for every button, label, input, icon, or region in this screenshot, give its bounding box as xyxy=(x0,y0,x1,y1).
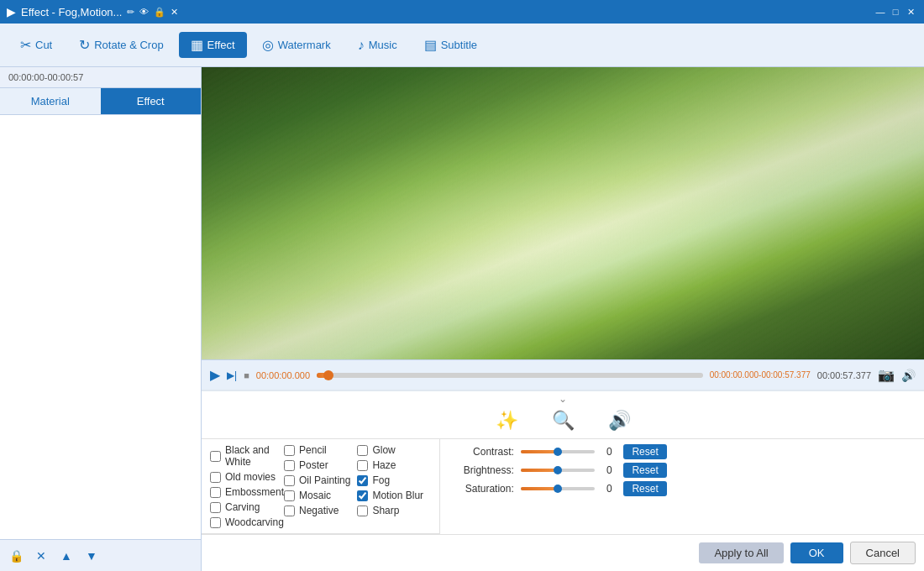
label-oil-painting: Oil Painting xyxy=(299,474,350,486)
effect-woodcarving[interactable]: Woodcarving xyxy=(210,516,284,528)
timeline-track[interactable] xyxy=(317,373,703,378)
magic-effect-button[interactable]: ✨ xyxy=(496,410,518,432)
contrast-slider[interactable] xyxy=(521,450,596,453)
label-poster: Poster xyxy=(299,459,328,471)
search-icon: 🔍 xyxy=(552,410,575,432)
checkbox-negative[interactable] xyxy=(284,506,295,516)
checkbox-poster[interactable] xyxy=(284,460,295,471)
effect-motion-blur[interactable]: Motion Blur xyxy=(357,490,430,501)
cancel-button[interactable]: Cancel xyxy=(850,542,916,564)
collapse-arrow[interactable]: ⌄ xyxy=(202,391,924,406)
checkbox-haze[interactable] xyxy=(357,460,368,471)
contrast-row: Contrast: 0 Reset xyxy=(449,444,667,459)
close-button[interactable]: ✕ xyxy=(904,5,917,18)
checkbox-black-white[interactable] xyxy=(210,451,221,462)
sound-effect-button[interactable]: 🔊 xyxy=(608,410,631,432)
left-panel: 00:00:00-00:00:57 Material Effect 🔒 ✕ ▲ … xyxy=(0,67,202,571)
label-negative: Negative xyxy=(299,505,339,516)
lock-bottom-btn[interactable]: 🔒 xyxy=(7,547,25,565)
brightness-slider[interactable] xyxy=(521,469,596,472)
saturation-fill xyxy=(521,487,558,490)
left-tab-material[interactable]: Material xyxy=(0,88,101,114)
volume-icon[interactable]: 🔊 xyxy=(901,369,916,382)
stop-button[interactable]: ■ xyxy=(244,370,249,380)
checkbox-mosaic[interactable] xyxy=(284,490,295,501)
camera-icon[interactable]: 📷 xyxy=(878,367,895,383)
saturation-reset-button[interactable]: Reset xyxy=(623,481,666,496)
effect-oil-painting[interactable]: Oil Painting xyxy=(284,474,357,486)
checkbox-sharp[interactable] xyxy=(357,506,368,516)
checkbox-carving[interactable] xyxy=(210,502,221,513)
contrast-reset-button[interactable]: Reset xyxy=(623,444,666,459)
checkbox-fog[interactable] xyxy=(357,475,368,486)
label-pencil: Pencil xyxy=(299,444,327,456)
rotate-icon: ↻ xyxy=(79,37,90,53)
watermark-icon: ◎ xyxy=(262,37,274,53)
saturation-slider[interactable] xyxy=(521,487,596,490)
checkbox-embossment[interactable] xyxy=(210,487,221,498)
label-fog: Fog xyxy=(372,474,390,486)
close-tab-icon[interactable]: ✕ xyxy=(171,7,178,18)
effect-glow[interactable]: Glow xyxy=(357,444,430,456)
label-glow: Glow xyxy=(372,444,395,456)
checkbox-pencil[interactable] xyxy=(284,445,295,456)
effects-col-3: Glow Haze Fog Motion Blur xyxy=(357,444,430,528)
checkbox-oil-painting[interactable] xyxy=(284,475,295,486)
tab-rotate[interactable]: ↻ Rotate & Crop xyxy=(67,32,175,58)
tab-music-label: Music xyxy=(369,39,397,51)
effect-old-movies[interactable]: Old movies xyxy=(210,471,284,483)
checkbox-old-movies[interactable] xyxy=(210,472,221,483)
brightness-reset-button[interactable]: Reset xyxy=(623,463,666,478)
tab-subtitle[interactable]: ▤ Subtitle xyxy=(412,32,489,58)
effect-poster[interactable]: Poster xyxy=(284,459,357,471)
title-bar: ▶ Effect - Fog,Motion... ✏ 👁 🔒 ✕ — □ ✕ xyxy=(0,0,924,24)
brightness-thumb[interactable] xyxy=(554,466,562,474)
eye-icon[interactable]: 👁 xyxy=(139,7,149,17)
effect-black-white[interactable]: Black and White xyxy=(210,444,284,468)
play-button[interactable]: ▶ xyxy=(210,367,220,383)
tab-subtitle-label: Subtitle xyxy=(441,39,477,51)
effect-carving[interactable]: Carving xyxy=(210,501,284,513)
magic-icon: ✨ xyxy=(496,410,518,432)
label-woodcarving: Woodcarving xyxy=(225,516,284,528)
checkbox-glow[interactable] xyxy=(357,445,368,456)
maximize-button[interactable]: □ xyxy=(889,5,902,18)
apply-all-button[interactable]: Apply to All xyxy=(699,542,783,563)
end-time: 00:00:57.377 xyxy=(817,370,871,380)
down-bottom-btn[interactable]: ▼ xyxy=(82,547,101,565)
effect-negative[interactable]: Negative xyxy=(284,505,357,516)
effect-fog[interactable]: Fog xyxy=(357,474,430,486)
timeline-handle[interactable] xyxy=(323,370,333,380)
time-range: 00:00:00-00:00:57 xyxy=(8,72,83,82)
tab-watermark[interactable]: ◎ Watermark xyxy=(250,32,343,58)
marker-time: 00:00:00.000-00:00:57.377 xyxy=(710,370,811,380)
checkbox-woodcarving[interactable] xyxy=(210,517,221,528)
delete-bottom-btn[interactable]: ✕ xyxy=(32,547,50,565)
edit-icon[interactable]: ✏ xyxy=(127,7,134,18)
video-area xyxy=(202,67,924,359)
search-effect-button[interactable]: 🔍 xyxy=(552,410,575,432)
effects-col-1: Black and White Old movies Embossment xyxy=(210,444,284,528)
effect-pencil[interactable]: Pencil xyxy=(284,444,357,456)
lock-icon[interactable]: 🔒 xyxy=(154,7,165,18)
effect-mosaic[interactable]: Mosaic xyxy=(284,490,357,501)
label-old-movies: Old movies xyxy=(225,471,276,483)
up-bottom-btn[interactable]: ▲ xyxy=(57,547,76,565)
effect-haze[interactable]: Haze xyxy=(357,459,430,471)
step-play-button[interactable]: ▶| xyxy=(227,369,237,381)
effects-checkboxes: Black and White Old movies Embossment xyxy=(202,439,439,534)
minimize-button[interactable]: — xyxy=(874,5,887,18)
contrast-thumb[interactable] xyxy=(554,448,562,456)
left-tab-effect[interactable]: Effect xyxy=(101,88,202,114)
checkbox-motion-blur[interactable] xyxy=(357,490,368,501)
saturation-thumb[interactable] xyxy=(554,485,562,493)
ok-button[interactable]: OK xyxy=(790,542,843,563)
effect-sharp[interactable]: Sharp xyxy=(357,505,430,516)
app-icon: ▶ xyxy=(7,5,16,18)
tab-effect[interactable]: ▦ Effect xyxy=(179,32,247,58)
tab-cut[interactable]: ✂ Cut xyxy=(8,32,64,58)
action-buttons: Apply to All OK Cancel xyxy=(202,534,924,571)
effect-embossment[interactable]: Embossment xyxy=(210,486,284,498)
tab-music[interactable]: ♪ Music xyxy=(346,33,409,58)
left-panel-tabs: Material Effect xyxy=(0,88,201,115)
